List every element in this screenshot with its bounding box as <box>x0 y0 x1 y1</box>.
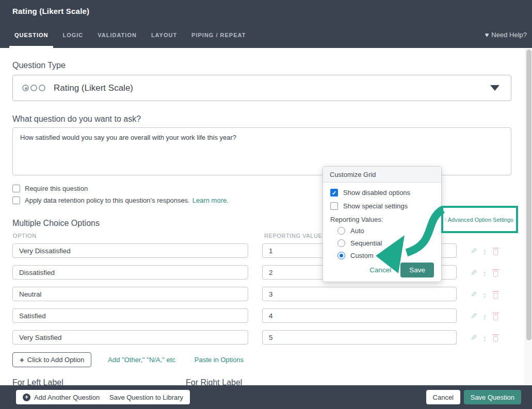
scrollbar-thumb[interactable] <box>526 50 531 340</box>
learn-more-link[interactable]: Learn more. <box>192 197 229 204</box>
sequential-radio[interactable] <box>337 239 345 247</box>
heart-icon: ♥ <box>485 31 489 39</box>
save-question-button[interactable]: Save Question <box>464 390 521 404</box>
move-updown-icon[interactable]: ↕ <box>483 290 487 299</box>
add-option-button[interactable]: + Click to Add Option <box>12 352 91 367</box>
option-row-1: ✎↕ <box>0 243 525 258</box>
reporting-value-input-3[interactable] <box>262 287 457 301</box>
delete-trash-icon[interactable] <box>492 248 499 255</box>
question-editor-window: Rating (Likert Scale) QUESTION LOGIC VAL… <box>0 0 532 409</box>
require-question-label: Require this question <box>25 185 88 192</box>
question-text-heading: What question do you want to ask? <box>12 114 141 124</box>
data-retention-checkbox[interactable] <box>12 197 20 204</box>
reporting-value-column-header: REPORTING VALUE <box>264 233 323 239</box>
sequential-label: Sequential <box>350 239 382 247</box>
option-row-5: ✎↕ <box>0 330 525 345</box>
edit-pencil-icon[interactable]: ✎ <box>471 333 477 342</box>
add-option-label: Click to Add Option <box>27 356 85 364</box>
advanced-option-settings-link[interactable]: Advanced Option Settings <box>448 217 513 223</box>
radio-row-sequential[interactable]: Sequential <box>337 239 434 247</box>
edit-pencil-icon[interactable]: ✎ <box>471 290 477 299</box>
delete-trash-icon[interactable] <box>492 291 499 299</box>
reporting-value-input-5[interactable] <box>262 330 457 345</box>
cancel-button[interactable]: Cancel <box>426 390 460 404</box>
edit-pencil-icon[interactable]: ✎ <box>471 247 477 256</box>
need-help-label: Need Help? <box>491 31 527 39</box>
likert-scale-icon <box>22 85 45 91</box>
popup-save-button[interactable]: Save <box>400 263 434 277</box>
paste-in-options-link[interactable]: Paste in Options <box>195 356 244 364</box>
customize-grid-popup: Customize Grid ✓ Show disabled options S… <box>323 166 442 282</box>
popup-cancel-link[interactable]: Cancel <box>369 266 391 274</box>
option-row-2: ✎↕ <box>0 265 525 280</box>
add-another-question-label: Add Another Question <box>34 394 100 401</box>
data-retention-row: Apply data retention policy to this ques… <box>12 197 229 204</box>
show-disabled-label: Show disabled options <box>343 189 410 197</box>
delete-trash-icon[interactable] <box>492 334 499 342</box>
delete-trash-icon[interactable] <box>492 313 499 320</box>
reporting-value-input-4[interactable] <box>262 308 457 323</box>
tab-layout[interactable]: LAYOUT <box>146 32 182 48</box>
tab-piping-repeat[interactable]: PIPING / REPEAT <box>186 32 251 48</box>
move-updown-icon[interactable]: ↕ <box>483 312 487 321</box>
option-column-header: OPTION <box>13 233 37 239</box>
require-question-checkbox[interactable] <box>12 185 20 192</box>
add-option-row: + Click to Add Option Add "Other," "N/A,… <box>12 352 244 367</box>
move-updown-icon[interactable]: ↕ <box>483 334 487 342</box>
add-other-link[interactable]: Add "Other," "N/A," etc <box>108 356 175 364</box>
data-retention-label: Apply data retention policy to this ques… <box>25 197 190 204</box>
save-question-to-library-button[interactable]: Save Question to Library <box>103 390 190 404</box>
auto-label: Auto <box>350 227 364 235</box>
show-special-row: Show special settings <box>330 202 434 210</box>
chevron-down-icon <box>490 85 499 91</box>
mco-heading: Multiple Choice Options <box>12 219 100 228</box>
question-type-select[interactable]: Rating (Likert Scale) <box>12 75 511 101</box>
tab-validation[interactable]: VALIDATION <box>92 32 142 48</box>
delete-trash-icon[interactable] <box>492 269 499 277</box>
tab-question[interactable]: QUESTION <box>9 32 53 48</box>
move-updown-icon[interactable]: ↕ <box>483 269 487 277</box>
edit-pencil-icon[interactable]: ✎ <box>471 268 477 277</box>
tab-logic[interactable]: LOGIC <box>57 32 88 48</box>
reporting-values-label: Reporting Values: <box>330 216 434 223</box>
page-title: Rating (Likert Scale) <box>12 7 89 15</box>
show-special-checkbox[interactable] <box>330 202 338 210</box>
show-disabled-row: ✓ Show disabled options <box>330 189 434 197</box>
plus-icon: + <box>20 355 24 364</box>
editor-header: Rating (Likert Scale) QUESTION LOGIC VAL… <box>0 0 532 48</box>
option-row-3: ✎↕ <box>0 287 525 301</box>
add-another-question-button[interactable]: + Add Another Question <box>16 390 106 404</box>
scrollbar-track[interactable] <box>525 48 532 385</box>
option-input-5[interactable] <box>12 330 248 345</box>
require-question-row: Require this question <box>12 185 88 192</box>
show-disabled-checkbox[interactable]: ✓ <box>330 189 338 197</box>
option-row-4: ✎↕ <box>0 308 525 323</box>
custom-label: Custom <box>350 252 374 259</box>
tab-bar: QUESTION LOGIC VALIDATION LAYOUT PIPING … <box>7 32 253 48</box>
editor-footer: + Add Another Question Save Question to … <box>0 385 532 409</box>
question-type-heading: Question Type <box>12 61 66 70</box>
advanced-settings-highlight-box: › Advanced Option Settings <box>441 206 518 233</box>
need-help-link[interactable]: ♥Need Help? <box>485 31 527 39</box>
option-input-2[interactable] <box>12 265 248 280</box>
popup-title: Customize Grid <box>323 167 441 183</box>
option-input-4[interactable] <box>12 308 248 323</box>
move-updown-icon[interactable]: ↕ <box>483 247 487 256</box>
question-type-value: Rating (Likert Scale) <box>54 83 133 93</box>
chevron-right-icon: › <box>444 214 447 224</box>
radio-row-auto[interactable]: Auto <box>337 227 434 235</box>
custom-radio[interactable] <box>337 252 345 259</box>
show-special-label: Show special settings <box>343 202 408 210</box>
auto-radio[interactable] <box>337 227 345 235</box>
radio-row-custom[interactable]: Custom <box>337 252 434 259</box>
edit-pencil-icon[interactable]: ✎ <box>471 312 477 321</box>
plus-circle-icon: + <box>23 394 30 401</box>
option-input-3[interactable] <box>12 287 248 301</box>
option-input-1[interactable] <box>12 243 248 258</box>
